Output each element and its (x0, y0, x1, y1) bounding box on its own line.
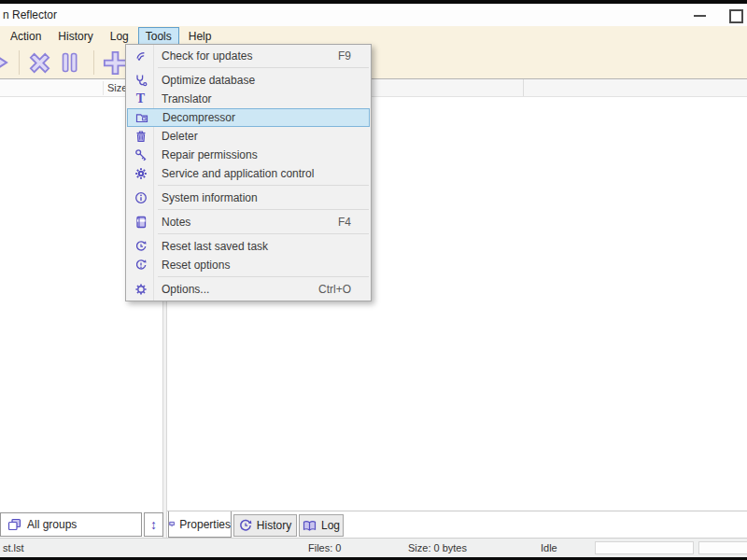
menu-item-translator[interactable]: T Translator (127, 90, 370, 108)
menu-separator (158, 185, 369, 187)
history-icon (239, 519, 252, 532)
minimize-button[interactable] (684, 4, 716, 26)
menu-item-optimize-database[interactable]: Optimize database (127, 71, 370, 90)
menu-item-options[interactable]: Options... Ctrl+O (127, 280, 370, 299)
menu-separator (158, 67, 369, 69)
pause-icon (60, 52, 79, 73)
menu-log[interactable]: Log (103, 27, 136, 46)
key-icon (127, 148, 154, 161)
menu-item-system-information[interactable]: System information (127, 189, 370, 207)
tab-log[interactable]: Log (299, 514, 344, 537)
menu-item-reset-options[interactable]: Reset options (127, 256, 370, 274)
menu-item-notes[interactable]: Notes F4 (127, 213, 370, 231)
shortcut: F9 (338, 49, 351, 63)
add-icon (103, 50, 128, 76)
status-files-count: Files: 0 (308, 542, 341, 553)
cancel-button[interactable] (28, 51, 51, 75)
notebook-icon (127, 216, 154, 229)
tab-label: Properties (179, 518, 231, 531)
menu-bar: Action History Log Tools Help (0, 26, 747, 47)
folders-icon (7, 518, 21, 531)
book-icon (303, 520, 317, 532)
minimize-icon (694, 15, 706, 17)
menu-help[interactable]: Help (181, 27, 219, 46)
status-file-name: st.lst (3, 542, 24, 553)
app-window: n Reflector Action History Log Tools Hel… (0, 4, 747, 557)
letter-t-icon: T (127, 92, 154, 105)
sort-button[interactable]: ↕ (144, 512, 163, 537)
updown-arrow-icon: ↕ (150, 517, 157, 532)
group-filter-value: All groups (27, 518, 77, 531)
trash-icon (127, 130, 154, 143)
column-divider (523, 79, 524, 96)
gear-icon (127, 167, 154, 180)
wifi-icon (127, 49, 154, 63)
reset-icon (127, 259, 154, 272)
tools-menu-popup: Check for updates F9 Optimize database T… (125, 44, 372, 301)
menu-separator (158, 233, 369, 235)
shortcut: Ctrl+O (318, 283, 351, 296)
menu-item-deleter[interactable]: Deleter (127, 127, 370, 146)
menu-item-service-control[interactable]: Service and application control (127, 164, 370, 183)
shortcut: F4 (338, 216, 351, 229)
pause-button[interactable] (60, 52, 79, 73)
menu-separator (158, 276, 369, 278)
menu-item-repair-permissions[interactable]: Repair permissions (127, 146, 370, 164)
menu-item-check-for-updates[interactable]: Check for updates F9 (127, 47, 370, 65)
tab-label: Log (321, 519, 340, 532)
group-filter-combobox[interactable]: All groups (0, 512, 142, 537)
cancel-icon (28, 51, 51, 75)
menu-separator (158, 209, 369, 211)
folder-icon (128, 111, 155, 124)
title-bar: n Reflector (0, 4, 747, 26)
menu-tools[interactable]: Tools (138, 27, 179, 46)
toolbar-separator (19, 50, 20, 75)
menu-action[interactable]: Action (3, 27, 49, 46)
status-total-size: Size: 0 bytes (408, 542, 467, 553)
toolbar-separator (93, 50, 94, 75)
column-divider (103, 81, 104, 95)
add-button[interactable] (103, 50, 128, 76)
window-title: n Reflector (3, 8, 57, 21)
menu-item-reset-last-saved-task[interactable]: Reset last saved task (127, 237, 370, 256)
maximize-icon (729, 9, 743, 23)
toolbar (0, 47, 747, 79)
menu-item-decompressor[interactable]: Decompressor (127, 108, 370, 127)
play-button[interactable] (0, 50, 9, 75)
tab-history[interactable]: History (233, 514, 297, 537)
maximize-button[interactable] (719, 4, 747, 26)
tab-label: History (257, 519, 291, 532)
gear-outline-icon (127, 283, 154, 296)
progress-bar (595, 541, 694, 554)
stethoscope-icon (127, 74, 154, 87)
play-icon (0, 50, 9, 75)
info-icon (127, 191, 154, 204)
status-state: Idle (541, 542, 557, 553)
menu-history[interactable]: History (50, 27, 100, 46)
reset-icon (127, 240, 154, 253)
progress-bar (698, 541, 747, 554)
monitor-icon (169, 518, 175, 530)
tab-properties[interactable]: Properties (168, 511, 232, 538)
status-bar: st.lst Files: 0 Size: 0 bytes Idle (0, 538, 747, 557)
